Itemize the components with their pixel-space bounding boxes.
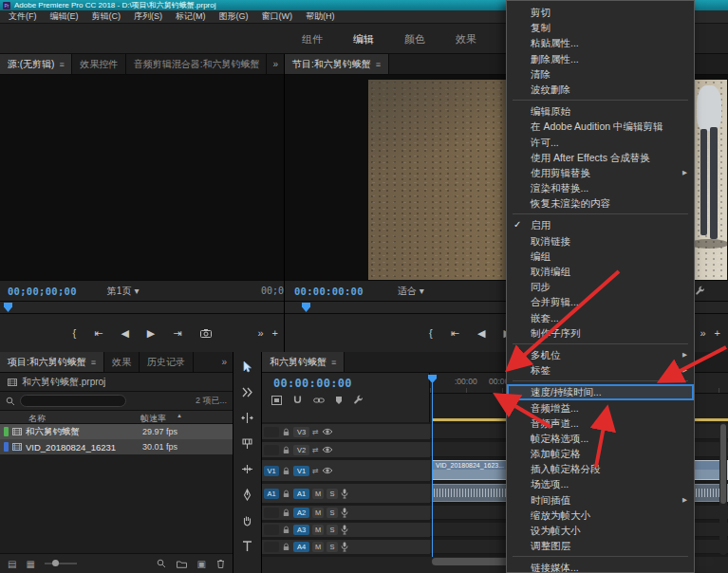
track-header-a4[interactable]: A4 M S xyxy=(262,540,430,554)
timeline-settings-icon[interactable] xyxy=(353,395,364,405)
tab-timeline-sequence[interactable]: 和六舅钓蛾蟹 ≡ xyxy=(262,352,345,372)
tab-history[interactable]: 历史记录 xyxy=(140,352,194,372)
nest-toggle-icon[interactable] xyxy=(271,396,282,405)
timeline-timecode[interactable]: 00:00:00:00 xyxy=(262,373,429,390)
menu-item-add-frame-hold[interactable]: 添加帧定格 xyxy=(507,446,694,461)
workspace-tab-editing[interactable]: 编辑 xyxy=(353,32,374,46)
menu-item-link-media[interactable]: 链接媒体... xyxy=(507,560,694,573)
solo-button[interactable]: S xyxy=(327,542,338,552)
workspace-tab-effects[interactable]: 效果 xyxy=(456,32,476,46)
solo-button[interactable]: S xyxy=(327,525,338,535)
project-row-sequence[interactable]: 和六舅钓蛾蟹 29.97 fps xyxy=(0,424,233,439)
panel-menu-icon[interactable]: ≡ xyxy=(331,358,336,367)
step-back-button[interactable]: ◀ xyxy=(477,327,485,340)
solo-button[interactable]: S xyxy=(327,508,338,518)
add-marker-icon[interactable] xyxy=(335,396,343,405)
track-target-a2[interactable]: A2 xyxy=(293,508,309,518)
track-target-v1[interactable]: V1 xyxy=(293,466,309,476)
mark-in-button[interactable]: { xyxy=(429,327,433,339)
mic-icon[interactable] xyxy=(341,508,348,518)
mute-button[interactable]: M xyxy=(312,508,324,518)
mute-button[interactable]: M xyxy=(312,542,324,552)
track-header-v2[interactable]: V2 ⇄ xyxy=(262,442,430,457)
panel-menu-icon[interactable]: ≡ xyxy=(59,60,64,69)
menu-item-nest[interactable]: 嵌套... xyxy=(507,310,694,325)
go-to-in-button[interactable]: ⇤ xyxy=(94,327,103,340)
menu-item-edit-original[interactable]: 编辑原始 xyxy=(507,103,694,119)
track-select-tool[interactable] xyxy=(240,386,254,398)
menu-item-insert-frame-hold-segment[interactable]: 插入帧定格分段 xyxy=(507,461,694,476)
snap-icon[interactable] xyxy=(292,395,303,405)
settings-wrench-icon[interactable] xyxy=(695,286,705,296)
search-input[interactable] xyxy=(20,395,126,407)
sync-lock-icon[interactable]: ⇄ xyxy=(312,467,319,475)
menu-item-license[interactable]: 许可... xyxy=(507,135,694,150)
menu-item-paste-attributes[interactable]: 粘贴属性... xyxy=(507,35,694,50)
menu-item-audio-gain[interactable]: 音频增益... xyxy=(507,400,694,416)
menu-item-audio-channels[interactable]: 音频声道... xyxy=(507,416,694,431)
tab-effect-controls[interactable]: 效果控件 xyxy=(72,54,126,74)
menu-item-synchronize[interactable]: 同步 xyxy=(507,279,694,294)
eye-icon[interactable] xyxy=(322,428,333,435)
linked-selection-icon[interactable] xyxy=(313,396,325,405)
go-to-in-button[interactable]: ⇤ xyxy=(451,327,459,340)
menu-item-make-subsequence[interactable]: 制作子序列 xyxy=(507,325,694,341)
list-view-button[interactable]: ▤ xyxy=(8,559,16,569)
lock-icon[interactable] xyxy=(282,526,290,534)
source-zoom-select[interactable]: 第1页 ▾ xyxy=(107,285,140,298)
project-bin-row[interactable]: 和六舅钓蛾蟹.prproj xyxy=(0,373,233,392)
project-row-clip[interactable]: VID_20180824_162319.mp4 30.01 fps xyxy=(0,439,233,454)
menu-item-time-interpolation[interactable]: 时间插值▶ xyxy=(507,492,694,508)
tab-program-monitor[interactable]: 节目:和六舅钓蛾蟹 ≡ xyxy=(285,54,389,74)
menu-item-set-to-frame-size[interactable]: 设为帧大小 xyxy=(507,523,694,538)
menu-help[interactable]: 帮助(H) xyxy=(299,10,342,23)
export-frame-button[interactable] xyxy=(200,329,212,338)
type-tool[interactable] xyxy=(240,540,254,552)
menu-item-edit-in-audition[interactable]: 在 Adobe Audition 中编辑剪辑 xyxy=(507,119,694,134)
menu-window[interactable]: 窗口(W) xyxy=(255,10,300,23)
menu-item-remove-attributes[interactable]: 删除属性... xyxy=(507,51,694,66)
track-header-a3[interactable]: A3 M S xyxy=(262,523,430,537)
delete-button[interactable] xyxy=(216,559,225,568)
menu-item-multi-camera[interactable]: 多机位▶ xyxy=(507,347,694,362)
track-target-v3[interactable]: V3 xyxy=(293,427,309,437)
mute-button[interactable]: M xyxy=(312,525,324,535)
label-chip-green[interactable] xyxy=(4,427,9,436)
menu-item-replace-with-clip[interactable]: 使用剪辑替换▶ xyxy=(507,165,694,180)
play-button[interactable]: ▶ xyxy=(147,327,155,340)
sync-lock-icon[interactable]: ⇄ xyxy=(312,446,319,454)
menu-item-unlink[interactable]: 取消链接 xyxy=(507,233,694,249)
eye-icon[interactable] xyxy=(322,446,333,453)
track-target-a3[interactable]: A3 xyxy=(293,525,309,535)
menu-item-enable[interactable]: ✓启用 xyxy=(507,217,694,232)
track-header-a2[interactable]: A2 M S xyxy=(262,506,430,520)
source-patch-a1[interactable]: A1 xyxy=(264,489,279,499)
button-editor-button[interactable]: + xyxy=(272,327,278,339)
source-patch-v1[interactable]: V1 xyxy=(264,466,279,476)
project-empty-area[interactable] xyxy=(0,454,233,553)
menu-item-copy[interactable]: 复制 xyxy=(507,20,694,35)
program-playhead[interactable] xyxy=(302,303,310,312)
slip-tool[interactable] xyxy=(240,463,254,475)
razor-tool[interactable] xyxy=(240,437,254,450)
new-bin-button[interactable] xyxy=(177,560,187,568)
new-item-button[interactable]: ▣ xyxy=(197,559,206,569)
menu-item-render-and-replace[interactable]: 渲染和替换... xyxy=(507,180,694,195)
lock-icon[interactable] xyxy=(282,543,290,551)
menu-item-replace-with-ae-comp[interactable]: 使用 After Effects 合成替换 xyxy=(507,150,694,165)
menu-item-clear[interactable]: 清除 xyxy=(507,66,694,82)
track-header-a1[interactable]: A1 A1 M S xyxy=(262,484,430,503)
mic-icon[interactable] xyxy=(341,542,348,552)
lock-icon[interactable] xyxy=(282,446,290,454)
track-target-a4[interactable]: A4 xyxy=(293,542,309,552)
hand-tool[interactable] xyxy=(240,514,254,527)
tab-effects[interactable]: 效果 xyxy=(104,352,140,372)
zoom-slider[interactable] xyxy=(45,563,77,564)
panel-menu-icon[interactable]: ≡ xyxy=(91,358,96,367)
menu-item-cut[interactable]: 剪切 xyxy=(507,5,694,20)
button-overflow-icon[interactable]: » xyxy=(700,327,705,339)
mic-icon[interactable] xyxy=(341,525,348,535)
source-patch-empty[interactable] xyxy=(264,445,279,455)
menu-item-scale-to-frame-size[interactable]: 缩放为帧大小 xyxy=(507,508,694,523)
menu-sequence[interactable]: 序列(S) xyxy=(127,10,169,23)
